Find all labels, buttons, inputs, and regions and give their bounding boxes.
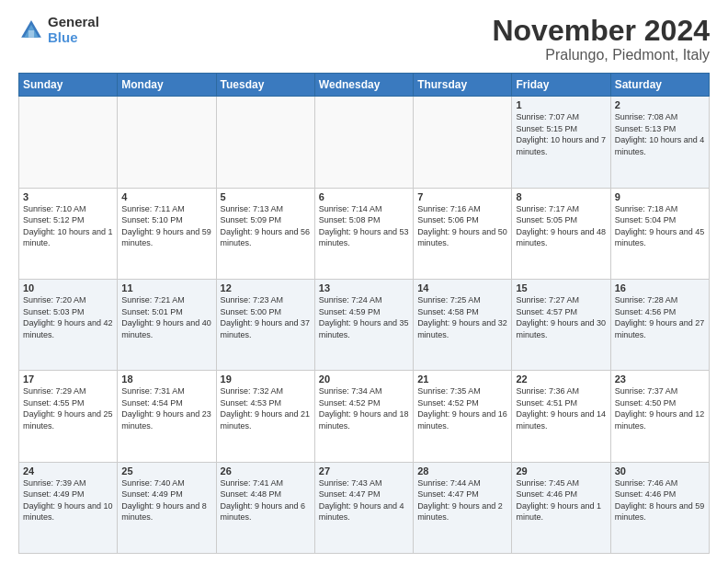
- day-number: 25: [121, 465, 211, 477]
- day-number: 6: [319, 191, 409, 202]
- calendar-table: Sunday Monday Tuesday Wednesday Thursday…: [18, 73, 710, 554]
- col-sunday: Sunday: [19, 74, 118, 97]
- day-info: Sunrise: 7:17 AM Sunset: 5:05 PM Dayligh…: [516, 203, 606, 249]
- day-info: Sunrise: 7:44 AM Sunset: 4:47 PM Dayligh…: [417, 477, 507, 523]
- day-number: 21: [417, 373, 507, 385]
- calendar-week-3: 10Sunrise: 7:20 AM Sunset: 5:03 PM Dayli…: [19, 279, 710, 370]
- day-info: Sunrise: 7:11 AM Sunset: 5:10 PM Dayligh…: [121, 203, 211, 249]
- calendar-body: 1Sunrise: 7:07 AM Sunset: 5:15 PM Daylig…: [19, 97, 710, 554]
- day-number: 29: [516, 465, 606, 477]
- calendar-cell: 14Sunrise: 7:25 AM Sunset: 4:58 PM Dayli…: [414, 279, 512, 370]
- page: General Blue November 2024 Pralungo, Pie…: [0, 0, 728, 563]
- calendar-week-4: 17Sunrise: 7:29 AM Sunset: 4:55 PM Dayli…: [19, 371, 710, 462]
- day-info: Sunrise: 7:37 AM Sunset: 4:50 PM Dayligh…: [615, 385, 705, 431]
- day-info: Sunrise: 7:28 AM Sunset: 4:56 PM Dayligh…: [615, 294, 705, 340]
- day-number: 27: [319, 465, 409, 477]
- col-tuesday: Tuesday: [216, 74, 314, 97]
- calendar-cell: 6Sunrise: 7:14 AM Sunset: 5:08 PM Daylig…: [314, 188, 413, 279]
- calendar-cell: 10Sunrise: 7:20 AM Sunset: 5:03 PM Dayli…: [19, 279, 118, 370]
- day-number: 28: [417, 465, 507, 477]
- day-info: Sunrise: 7:20 AM Sunset: 5:03 PM Dayligh…: [23, 294, 113, 340]
- day-number: 16: [615, 282, 705, 293]
- calendar-cell: [314, 97, 413, 188]
- logo-general: General: [48, 15, 99, 30]
- day-number: 1: [516, 99, 606, 110]
- logo-icon: [18, 17, 44, 43]
- day-number: 26: [221, 465, 311, 477]
- calendar-cell: 9Sunrise: 7:18 AM Sunset: 5:04 PM Daylig…: [610, 188, 709, 279]
- day-info: Sunrise: 7:16 AM Sunset: 5:06 PM Dayligh…: [417, 203, 507, 249]
- day-info: Sunrise: 7:31 AM Sunset: 4:54 PM Dayligh…: [121, 385, 211, 431]
- calendar-cell: 12Sunrise: 7:23 AM Sunset: 5:00 PM Dayli…: [216, 279, 314, 370]
- calendar-cell: 15Sunrise: 7:27 AM Sunset: 4:57 PM Dayli…: [512, 279, 610, 370]
- calendar-cell: 16Sunrise: 7:28 AM Sunset: 4:56 PM Dayli…: [610, 279, 709, 370]
- calendar-header: Sunday Monday Tuesday Wednesday Thursday…: [19, 74, 710, 97]
- calendar-cell: 24Sunrise: 7:39 AM Sunset: 4:49 PM Dayli…: [19, 462, 118, 553]
- calendar-cell: 8Sunrise: 7:17 AM Sunset: 5:05 PM Daylig…: [512, 188, 610, 279]
- day-number: 14: [417, 282, 507, 293]
- day-number: 22: [516, 373, 606, 385]
- day-info: Sunrise: 7:39 AM Sunset: 4:49 PM Dayligh…: [23, 477, 113, 523]
- day-info: Sunrise: 7:14 AM Sunset: 5:08 PM Dayligh…: [319, 203, 409, 249]
- calendar-cell: 5Sunrise: 7:13 AM Sunset: 5:09 PM Daylig…: [216, 188, 314, 279]
- calendar-cell: [216, 97, 314, 188]
- day-number: 12: [221, 282, 311, 293]
- day-number: 7: [417, 191, 507, 202]
- day-number: 3: [23, 191, 113, 202]
- day-info: Sunrise: 7:32 AM Sunset: 4:53 PM Dayligh…: [221, 385, 311, 431]
- logo: General Blue: [18, 15, 99, 45]
- calendar-week-1: 1Sunrise: 7:07 AM Sunset: 5:15 PM Daylig…: [19, 97, 710, 188]
- day-info: Sunrise: 7:13 AM Sunset: 5:09 PM Dayligh…: [221, 203, 311, 249]
- month-title: November 2024: [492, 15, 710, 47]
- col-friday: Friday: [512, 74, 610, 97]
- day-number: 23: [615, 373, 705, 385]
- day-info: Sunrise: 7:10 AM Sunset: 5:12 PM Dayligh…: [23, 203, 113, 249]
- col-thursday: Thursday: [414, 74, 512, 97]
- day-number: 11: [121, 282, 211, 293]
- calendar-cell: 2Sunrise: 7:08 AM Sunset: 5:13 PM Daylig…: [610, 97, 709, 188]
- col-wednesday: Wednesday: [314, 74, 413, 97]
- calendar-cell: 7Sunrise: 7:16 AM Sunset: 5:06 PM Daylig…: [414, 188, 512, 279]
- day-info: Sunrise: 7:27 AM Sunset: 4:57 PM Dayligh…: [516, 294, 606, 340]
- day-number: 18: [121, 373, 211, 385]
- logo-text: General Blue: [48, 15, 99, 45]
- calendar-cell: 22Sunrise: 7:36 AM Sunset: 4:51 PM Dayli…: [512, 371, 610, 462]
- day-info: Sunrise: 7:43 AM Sunset: 4:47 PM Dayligh…: [319, 477, 409, 523]
- day-number: 15: [516, 282, 606, 293]
- calendar-cell: 25Sunrise: 7:40 AM Sunset: 4:49 PM Dayli…: [118, 462, 216, 553]
- day-info: Sunrise: 7:36 AM Sunset: 4:51 PM Dayligh…: [516, 385, 606, 431]
- day-number: 4: [121, 191, 211, 202]
- calendar-week-2: 3Sunrise: 7:10 AM Sunset: 5:12 PM Daylig…: [19, 188, 710, 279]
- day-info: Sunrise: 7:40 AM Sunset: 4:49 PM Dayligh…: [121, 477, 211, 523]
- calendar-week-5: 24Sunrise: 7:39 AM Sunset: 4:49 PM Dayli…: [19, 462, 710, 553]
- calendar-cell: 29Sunrise: 7:45 AM Sunset: 4:46 PM Dayli…: [512, 462, 610, 553]
- day-info: Sunrise: 7:21 AM Sunset: 5:01 PM Dayligh…: [121, 294, 211, 340]
- calendar-cell: 28Sunrise: 7:44 AM Sunset: 4:47 PM Dayli…: [414, 462, 512, 553]
- day-number: 5: [221, 191, 311, 202]
- calendar-cell: 26Sunrise: 7:41 AM Sunset: 4:48 PM Dayli…: [216, 462, 314, 553]
- calendar-cell: 27Sunrise: 7:43 AM Sunset: 4:47 PM Dayli…: [314, 462, 413, 553]
- calendar-cell: 30Sunrise: 7:46 AM Sunset: 4:46 PM Dayli…: [610, 462, 709, 553]
- logo-blue: Blue: [48, 30, 99, 46]
- day-info: Sunrise: 7:18 AM Sunset: 5:04 PM Dayligh…: [615, 203, 705, 249]
- day-info: Sunrise: 7:46 AM Sunset: 4:46 PM Dayligh…: [615, 477, 705, 523]
- day-info: Sunrise: 7:24 AM Sunset: 4:59 PM Dayligh…: [319, 294, 409, 340]
- location-subtitle: Pralungo, Piedmont, Italy: [492, 47, 710, 63]
- title-block: November 2024 Pralungo, Piedmont, Italy: [492, 15, 710, 63]
- day-number: 8: [516, 191, 606, 202]
- calendar-cell: 13Sunrise: 7:24 AM Sunset: 4:59 PM Dayli…: [314, 279, 413, 370]
- day-info: Sunrise: 7:41 AM Sunset: 4:48 PM Dayligh…: [221, 477, 311, 523]
- day-number: 17: [23, 373, 113, 385]
- day-info: Sunrise: 7:23 AM Sunset: 5:00 PM Dayligh…: [221, 294, 311, 340]
- day-number: 19: [221, 373, 311, 385]
- day-info: Sunrise: 7:35 AM Sunset: 4:52 PM Dayligh…: [417, 385, 507, 431]
- header: General Blue November 2024 Pralungo, Pie…: [18, 15, 710, 63]
- calendar-cell: 21Sunrise: 7:35 AM Sunset: 4:52 PM Dayli…: [414, 371, 512, 462]
- day-number: 9: [615, 191, 705, 202]
- day-number: 24: [23, 465, 113, 477]
- day-info: Sunrise: 7:34 AM Sunset: 4:52 PM Dayligh…: [319, 385, 409, 431]
- calendar-cell: 23Sunrise: 7:37 AM Sunset: 4:50 PM Dayli…: [610, 371, 709, 462]
- day-info: Sunrise: 7:08 AM Sunset: 5:13 PM Dayligh…: [615, 111, 705, 157]
- day-number: 10: [23, 282, 113, 293]
- day-number: 2: [615, 99, 705, 110]
